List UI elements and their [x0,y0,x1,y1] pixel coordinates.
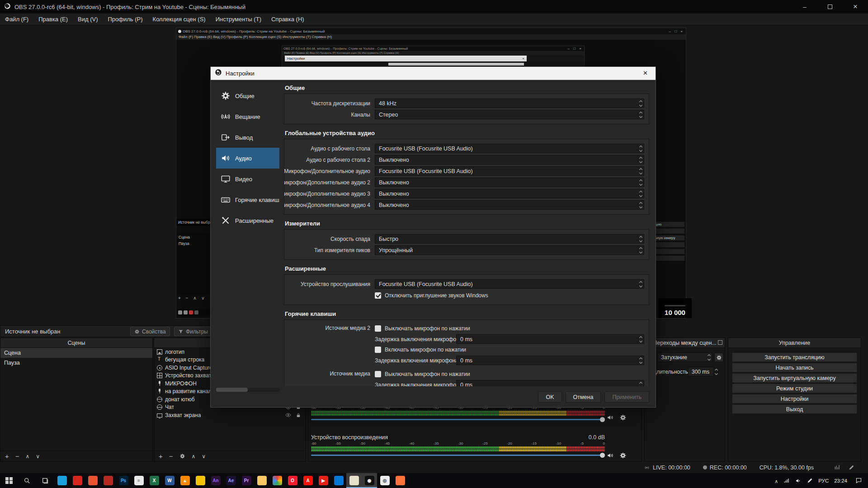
transition-select[interactable]: Затухание [657,352,712,362]
visibility-eye-icon[interactable] [285,412,291,418]
taskview-button[interactable] [36,473,54,488]
mute-delay-input[interactable]: 0 ms [456,334,644,344]
volume-slider-handle[interactable] [600,417,605,422]
settings-nav-advanced[interactable]: Расширенные [216,210,279,231]
taskbar-app-icon[interactable]: A [300,473,316,488]
settings-nav-general[interactable]: Общие [216,85,279,106]
taskbar-app-icon[interactable] [331,473,346,488]
tray-expand-icon[interactable] [774,477,778,485]
pen-icon[interactable] [807,478,813,483]
pen-icon[interactable] [849,465,854,470]
combo-box[interactable]: Стерео [375,110,644,119]
add-scene-button[interactable] [5,452,9,460]
transitions-panel-header[interactable]: Переходы между сцен... [645,338,725,348]
control-button[interactable]: Выход [732,404,857,414]
taskbar-app-icon[interactable] [254,473,269,488]
control-button[interactable]: Начать запись [732,363,857,372]
volume-slider[interactable] [311,417,605,422]
settings-nav-audio[interactable]: Аудио [216,148,279,169]
speaker-icon[interactable] [607,452,614,459]
duration-input[interactable]: 300 ms [688,367,714,376]
disable-windows-ducking-checkbox[interactable] [375,292,381,299]
mute-delay-input[interactable]: 0 ms [456,380,644,386]
gear-icon[interactable] [619,452,627,459]
speaker-icon[interactable] [607,414,614,421]
combo-box[interactable]: Focusrite USB (Focusrite USB Audio) [375,144,644,153]
volume-slider[interactable] [311,453,605,458]
taskbar-app-icon[interactable]: W [162,473,177,488]
scenes-panel-header[interactable]: Сцены [0,338,152,348]
spinner-arrows-icon[interactable] [640,235,642,243]
control-button[interactable]: Режим студии [732,384,857,393]
stats-icon[interactable] [834,464,840,470]
control-button[interactable]: Настройки [732,394,857,404]
spinner-arrows-icon[interactable] [640,246,642,254]
transition-properties-button[interactable] [714,353,723,362]
taskbar-app-icon[interactable]: ◎ [377,473,392,488]
add-source-button[interactable] [159,452,163,460]
combo-box[interactable]: Focusrite USB (Focusrite USB Audio) [375,166,644,176]
move-scene-down-button[interactable] [36,453,40,460]
spinner-arrows-icon[interactable] [640,280,642,288]
nav-scrollbar-track[interactable] [216,388,279,392]
spinner-arrows-icon[interactable] [640,201,642,209]
taskbar-app-icon[interactable] [70,473,85,488]
spinner-arrows-icon[interactable] [640,380,642,386]
properties-button[interactable]: Свойства [130,327,170,336]
network-icon[interactable] [783,478,790,484]
combo-box[interactable]: Выключено [375,155,644,164]
taskbar-app-icon[interactable]: O [285,473,300,488]
spinner-arrows-icon[interactable] [640,144,642,153]
taskbar-app-icon[interactable] [54,473,70,488]
control-button[interactable]: Запустить трансляцию [732,352,857,362]
minimize-button[interactable] [792,0,817,14]
start-button[interactable] [0,473,18,488]
taskbar-app-icon[interactable]: Ae [223,473,239,488]
control-button[interactable]: Запустить виртуальную камеру [732,373,857,383]
duration-spinner-icon[interactable] [715,367,717,376]
combo-box[interactable]: Focusrite USB (Focusrite USB Audio) [375,279,644,289]
gear-icon[interactable] [619,414,627,421]
combo-box[interactable]: 48 kHz [375,99,644,108]
clock[interactable]: 23:24 [834,478,847,483]
taskbar-app-icon[interactable]: Ps [116,473,131,488]
combo-box[interactable]: Упрощённый [375,245,644,255]
settings-nav-stream[interactable]: Вещание [216,106,279,127]
taskbar-app-icon[interactable] [100,473,116,488]
remove-source-button[interactable] [169,452,173,460]
action-center-icon[interactable] [853,477,864,484]
taskbar-app-icon[interactable]: ▲ [177,473,193,488]
source-item[interactable]: Захват экрана [154,411,306,419]
language-indicator[interactable]: РУС [818,478,829,483]
menu-item[interactable]: Инструменты (T) [211,14,266,25]
apply-button[interactable]: Применить [604,392,649,403]
move-source-up-button[interactable] [192,453,196,460]
taskbar-app-icon[interactable] [346,473,362,488]
settings-nav-output[interactable]: Вывод [216,127,279,148]
controls-panel-header[interactable]: Управление [728,338,861,348]
combo-box[interactable]: Быстро [375,234,644,244]
spinner-arrows-icon[interactable] [640,167,642,175]
spinner-arrows-icon[interactable] [640,110,642,119]
spinner-arrows-icon[interactable] [640,178,642,187]
dialog-close-button[interactable] [635,67,656,80]
remove-scene-button[interactable] [15,452,19,460]
move-source-down-button[interactable] [202,453,206,460]
spinner-arrows-icon[interactable] [640,99,642,108]
taskbar-app-icon[interactable] [269,473,285,488]
taskbar-app-icon[interactable]: ◉ [362,473,377,488]
filters-button[interactable]: Фильтры [174,327,212,336]
combo-box[interactable]: Выключено [375,200,644,210]
push-to-mute-checkbox[interactable] [375,325,381,332]
source-properties-button[interactable] [179,453,185,459]
spinner-arrows-icon[interactable] [640,189,642,198]
settings-nav-video[interactable]: Видео [216,169,279,189]
push-to-talk-checkbox[interactable] [375,347,381,353]
maximize-button[interactable] [817,0,843,14]
taskbar-app-icon[interactable]: ≡ [131,473,146,488]
search-button[interactable] [18,473,36,488]
spinner-arrows-icon[interactable] [640,335,642,343]
menu-item[interactable]: Файл (F) [0,14,33,25]
menu-item[interactable]: Вид (V) [73,14,103,25]
spinner-arrows-icon[interactable] [640,356,642,365]
